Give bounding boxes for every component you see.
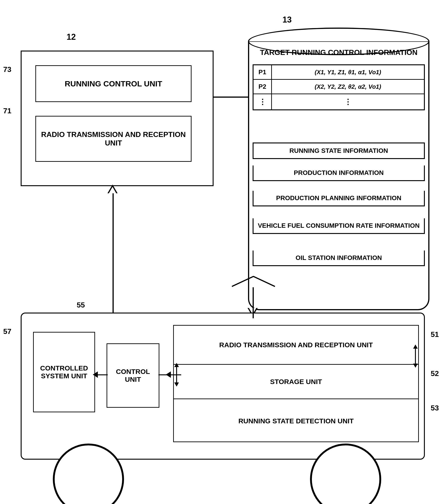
running-state-detection-label: RUNNING STATE DETECTION UNIT xyxy=(174,399,418,443)
arrow-up-storage-ctrl xyxy=(174,363,179,367)
radio-unit-bottom-label: RADIO TRANSMISSION AND RECEPTION UNIT xyxy=(174,326,418,365)
arrow-down-ctrl-storage xyxy=(174,382,179,387)
db-val-p1: (X1, Y1, Z1, θ1, α1, Vo1) xyxy=(272,65,424,79)
db-key-p1: P1 xyxy=(254,65,272,79)
ref-52: 52 xyxy=(431,369,439,378)
top-box: 73 71 RUNNING CONTROL UNIT RADIO TRANSMI… xyxy=(21,51,214,186)
arrow-storage-ctrl-line xyxy=(176,365,177,383)
diagram-container: 12 13 73 71 RUNNING CONTROL UNIT RADIO T… xyxy=(0,0,440,504)
radio-unit-top-label: RADIO TRANSMISSION AND RECEPTION UNIT xyxy=(36,116,191,161)
right-section: 51 52 53 RADIO TRANSMISSION AND RECEPTIO… xyxy=(173,325,419,442)
db-section-oil: OIL STATION INFORMATION xyxy=(253,250,425,266)
running-control-unit-box: RUNNING CONTROL UNIT xyxy=(35,65,192,102)
arrow-up-radio xyxy=(413,345,418,349)
running-control-unit-label: RUNNING CONTROL UNIT xyxy=(36,66,191,101)
control-unit-box: CONTROL UNIT xyxy=(107,343,159,408)
ref-53: 53 xyxy=(431,404,439,412)
db-val-dots: ⋮ xyxy=(272,94,424,109)
cylinder-wrapper: TARGET RUNNING CONTROL INFORMATION P1 (X… xyxy=(248,28,429,310)
ref-71: 71 xyxy=(3,107,12,115)
db-val-p2: (X2, Y2, Z2, θ2, α2, Vo1) xyxy=(272,80,424,94)
db-row-dots: ⋮ ⋮ xyxy=(254,94,424,109)
horiz-connect-right xyxy=(158,374,175,375)
ref-51: 51 xyxy=(431,330,439,339)
ref-55: 55 xyxy=(77,301,85,309)
vert-line-mid xyxy=(112,232,114,313)
storage-unit-label: STORAGE UNIT xyxy=(174,365,418,399)
db-section-production: PRODUCTION INFORMATION xyxy=(253,165,425,181)
db-section-fuel: VEHICLE FUEL CONSUMPTION RATE INFORMATIO… xyxy=(253,218,425,234)
ref-12: 12 xyxy=(67,32,76,42)
db-section-running-state: RUNNING STATE INFORMATION xyxy=(253,143,425,159)
control-unit-label: CONTROL UNIT xyxy=(107,344,159,407)
ref-57: 57 xyxy=(3,327,12,336)
vehicle-box: 57 55 CONTROLLED SYSTEM UNIT CONTROL UNI… xyxy=(21,313,425,460)
db-section-production-planning: PRODUCTION PLANNING INFORMATION xyxy=(253,191,425,206)
db-header-label: TARGET RUNNING CONTROL INFORMATION xyxy=(253,46,425,59)
arrow-down-storage xyxy=(413,364,418,368)
arrow-left-ctrl xyxy=(93,371,98,378)
antenna-line xyxy=(253,287,254,315)
db-header: TARGET RUNNING CONTROL INFORMATION xyxy=(253,46,425,59)
controlled-system-unit-box: CONTROLLED SYSTEM UNIT xyxy=(33,332,95,412)
antenna-to-vehicle xyxy=(253,315,254,318)
db-row-p1: P1 (X1, Y1, Z1, θ1, α1, Vo1) xyxy=(254,65,424,80)
controlled-system-unit-label: CONTROLLED SYSTEM UNIT xyxy=(34,332,94,412)
ref-73: 73 xyxy=(3,65,12,74)
db-key-p2: P2 xyxy=(254,80,272,94)
radio-unit-top-box: RADIO TRANSMISSION AND RECEPTION UNIT xyxy=(35,116,192,162)
db-key-dots: ⋮ xyxy=(254,94,272,109)
arrow-radio-storage-line xyxy=(415,346,416,365)
horiz-line-top xyxy=(214,97,253,98)
ref-13: 13 xyxy=(282,15,292,25)
db-row-p2: P2 (X2, Y2, Z2, θ2, α2, Vo1) xyxy=(254,80,424,94)
db-table: P1 (X1, Y1, Z1, θ1, α1, Vo1) P2 (X2, Y2,… xyxy=(253,64,425,110)
